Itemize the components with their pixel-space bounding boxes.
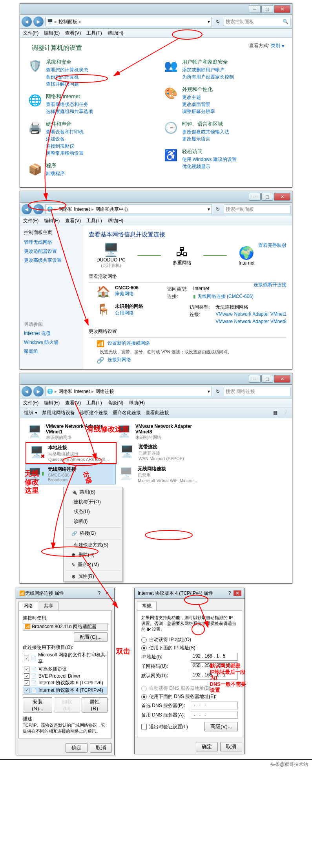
close-button[interactable]: ✕ [103,590,111,596]
menu-edit[interactable]: 编辑(E) [44,217,60,224]
ctx-diagnose[interactable]: 诊断(I) [64,517,122,526]
search-input[interactable]: 搜索控制面板 🔍 [224,17,290,26]
link-full-map[interactable]: 查看完整映射 [258,242,286,249]
menu-view[interactable]: 查看(V) [65,217,81,224]
forward-button[interactable]: ► [33,16,44,27]
close-button[interactable]: ✕ [274,193,290,201]
close-button[interactable]: ✕ [234,590,241,596]
address-bar[interactable]: 🌐▸ 网络和 Internet▸ 网络和共享中心 ▾ [45,205,212,214]
side-change-adapter[interactable]: 更改适配器设置 [24,248,79,255]
tb-view-conn[interactable]: 查看此连接 [146,409,169,416]
minimize-button[interactable]: ─ [249,375,261,383]
minimize-button[interactable]: ─ [249,193,261,201]
maximize-button[interactable]: ▢ [261,5,273,13]
list-item[interactable]: ✓📄BVE Protocol Driver [23,673,107,679]
cat-programs[interactable]: 程序 [46,162,65,169]
link-conn-disc[interactable]: 连接或断开连接 [254,281,286,288]
back-button[interactable]: ◄ [22,204,32,214]
forward-button[interactable]: ► [33,204,44,214]
link-ease-suggest[interactable]: 使用 Windows 建议的设置 [182,156,237,163]
dropdown-icon[interactable]: ▾ [208,19,210,24]
ctx-rename[interactable]: ✎重命名(M) [64,560,122,570]
menu-file[interactable]: 文件(F) [23,400,38,406]
tab-sharing[interactable]: 共享 [39,601,58,610]
menu-file[interactable]: 文件(F) [23,30,38,37]
help-button[interactable]: ? [95,590,103,596]
link-ease-video[interactable]: 优化视频显示 [182,163,237,170]
cat-ease[interactable]: 轻松访问 [182,148,237,155]
side-inet-options[interactable]: Internet 选项 [24,330,79,337]
network-type-link[interactable]: 家庭网络 [115,291,139,297]
dropdown-icon[interactable]: ▾ [208,206,210,212]
cat-users[interactable]: 用户帐户和家庭安全 [182,58,234,66]
dropdown-icon[interactable]: ▾ [208,389,210,394]
refresh-button[interactable]: ↻ [213,19,222,24]
help-button[interactable]: ? [226,590,234,596]
link-devices[interactable]: 查看设备和打印机 [46,128,84,135]
wifi-conn-link[interactable]: 无线网络连接 (CMCC-606) [197,294,254,299]
cat-system-security[interactable]: 系统和安全 [46,58,88,66]
crumb[interactable]: 网络和共享中心 [95,206,128,213]
ctx-connect[interactable]: 连接/断开(O) [64,497,122,507]
ctx-bridge[interactable]: 🔗桥接(G) [64,528,122,538]
radio-auto-ip[interactable] [141,637,147,643]
link-troubleshoot[interactable]: 查找并解决问题 [46,80,88,88]
back-button[interactable]: ◄ [22,386,32,397]
cat-hardware[interactable]: 硬件和声音 [46,121,84,128]
configure-button[interactable]: 配置(C)... [74,632,108,642]
link-projector[interactable]: 连接到投影仪 [46,143,84,150]
crumb[interactable]: 网络和 Internet [58,388,90,395]
menu-file[interactable]: 文件(F) [23,217,38,224]
link-resolution[interactable]: 调整屏幕分辨率 [182,108,215,115]
cat-appearance[interactable]: 外观和个性化 [182,86,215,93]
radio-manual-dns[interactable] [141,694,147,700]
cancel-button[interactable]: 取消 [220,742,242,751]
adapter-broadband[interactable]: 🖥️ 宽带连接已断开连接WAN Miniport (PPPOE) [117,442,206,464]
uninstall-button[interactable]: 卸载(U) [54,697,80,713]
menu-edit[interactable]: 编辑(E) [44,30,60,37]
ctx-disable[interactable]: 🔌禁用(B) [64,487,122,497]
menu-view[interactable]: 查看(V) [65,30,81,37]
link-keyboard[interactable]: 更改键盘或其他输入法 [182,128,229,135]
dns1-input[interactable]: . . . [191,702,238,709]
minimize-button[interactable]: ─ [249,5,261,13]
menu-tools[interactable]: 工具(T) [86,30,102,37]
side-manage-wifi[interactable]: 管理无线网络 [24,239,79,246]
list-item[interactable]: ✓📄链路层拓扑发现映射器 I/O 驱动程序 [23,694,107,695]
view-mode-value[interactable]: 类别 [271,42,280,49]
ok-button[interactable]: 确定 [66,743,88,753]
tb-disable[interactable]: 禁用此网络设备 [42,409,75,416]
link-network-status[interactable]: 查看网络状态和任务 [46,101,93,108]
list-item-ipv4[interactable]: ✓📄Internet 协议版本 4 (TCP/IPv4) [23,687,107,694]
back-button[interactable]: ◄ [22,16,32,27]
ctx-shortcut[interactable]: 创建快捷方式(S) [64,540,122,550]
network-type-link[interactable]: 公用网络 [115,310,143,316]
link-theme[interactable]: 更改主题 [182,94,215,101]
help-icon[interactable]: ❔ [282,410,288,415]
chevron-down-icon[interactable]: ▾ [282,43,284,49]
ctx-delete[interactable]: 🗑删除(D) [64,550,122,560]
menu-help[interactable]: 帮助(H) [108,217,124,224]
close-button[interactable]: ✕ [274,375,290,383]
install-button[interactable]: 安装(N)... [23,697,52,713]
radio-auto-dns[interactable] [141,686,147,691]
menu-help[interactable]: 帮助(H) [129,400,145,406]
search-input[interactable]: 搜索控制面板 [224,205,290,214]
dns2-input[interactable]: . . . [191,711,238,719]
menu-edit[interactable]: 编辑(E) [44,400,60,406]
refresh-button[interactable]: ↻ [213,206,222,212]
tab-network[interactable]: 网络 [18,601,38,610]
address-bar[interactable]: 🖥️ ▸ 控制面板 ▸ ▾ [45,17,212,26]
menu-adv[interactable]: 高级(N) [108,400,124,406]
link-homegroup[interactable]: 选择家庭组和共享选项 [46,108,93,115]
adapter-wifi[interactable]: 🖥️▮ 无线网络连接CMCC-606Broadcom [26,464,116,484]
close-button[interactable]: ✕ [274,5,290,13]
link-bg[interactable]: 更改桌面背景 [182,101,215,108]
tab-general[interactable]: 常规 [137,601,157,610]
tb-rename[interactable]: 重命名此连接 [113,409,141,416]
vmnet8-link[interactable]: VMware Network Adapter VMnet8 [215,319,286,324]
radio-manual-ip[interactable] [141,645,147,651]
link-backup[interactable]: 备份您的计算机 [46,73,88,80]
tb-organize[interactable]: 组织 ▾ [24,409,37,416]
list-item[interactable]: ✓📄可靠多播协议 [23,665,107,673]
